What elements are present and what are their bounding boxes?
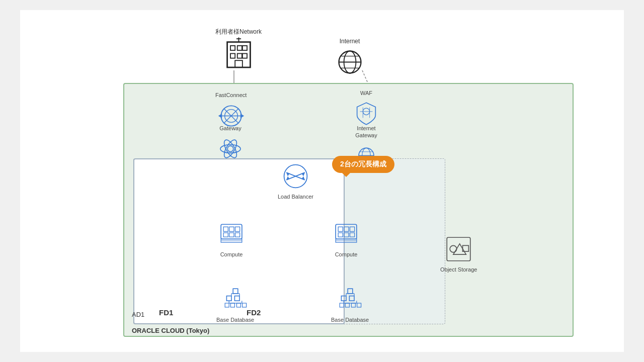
svg-rect-88 xyxy=(348,289,353,294)
svg-rect-17 xyxy=(230,53,235,58)
svg-rect-67 xyxy=(338,227,343,231)
svg-rect-70 xyxy=(338,233,343,237)
object-storage-label: Object Storage xyxy=(440,266,477,273)
svg-rect-60 xyxy=(235,227,240,231)
svg-rect-71 xyxy=(344,233,349,237)
internet-gateway-label: Internet Gateway xyxy=(355,125,377,139)
fastconnect-label: FastConnect xyxy=(215,92,247,99)
fd2-label: FD2 xyxy=(247,308,261,317)
building-node: 利用者様Network xyxy=(215,28,262,68)
svg-marker-53 xyxy=(301,176,304,179)
callout-text: 2台の冗長構成 xyxy=(340,160,386,168)
svg-rect-99 xyxy=(351,303,355,307)
svg-rect-62 xyxy=(229,233,234,237)
object-storage-node: Object Storage xyxy=(440,234,477,273)
svg-rect-86 xyxy=(236,303,240,307)
internet-label: Internet xyxy=(340,38,360,45)
svg-rect-75 xyxy=(233,289,238,294)
fd1-label: FD1 xyxy=(159,308,173,317)
load-balancer-label: Load Balancer xyxy=(278,193,313,200)
base-db-fd1-label: Base Database xyxy=(216,316,254,323)
svg-rect-58 xyxy=(223,227,228,231)
load-balancer-icon xyxy=(280,161,310,191)
base-db-fd1-node: Base Database xyxy=(216,284,254,323)
svg-marker-55 xyxy=(286,172,289,176)
svg-rect-63 xyxy=(235,233,240,237)
svg-rect-93 xyxy=(349,296,354,301)
callout-bubble: 2台の冗長構成 xyxy=(332,156,394,173)
svg-marker-54 xyxy=(301,172,304,176)
svg-rect-19 xyxy=(242,53,247,58)
building-label: 利用者様Network xyxy=(215,28,262,36)
svg-rect-80 xyxy=(234,296,239,301)
svg-point-35 xyxy=(227,146,233,152)
svg-marker-56 xyxy=(286,176,289,179)
compute-fd1-label: Compute xyxy=(220,251,243,258)
svg-rect-16 xyxy=(242,45,247,50)
base-db-fd2-icon xyxy=(335,284,365,314)
compute-fd1-node: Compute xyxy=(216,219,247,258)
svg-rect-15 xyxy=(237,45,242,50)
base-db-fd1-icon xyxy=(220,284,251,314)
svg-marker-33 xyxy=(218,114,222,118)
oracle-cloud-label: ORACLE CLOUD (Tokyo) xyxy=(132,327,209,334)
svg-rect-92 xyxy=(341,296,346,301)
svg-rect-72 xyxy=(350,233,355,237)
svg-rect-20 xyxy=(235,60,243,67)
waf-node: WAF xyxy=(351,89,381,129)
svg-rect-100 xyxy=(357,303,361,307)
base-db-fd2-node: Base Database xyxy=(331,284,369,323)
svg-marker-34 xyxy=(240,114,244,118)
svg-rect-59 xyxy=(229,227,234,231)
svg-rect-98 xyxy=(345,303,349,307)
svg-rect-79 xyxy=(226,296,231,301)
diagram-container: 利用者様Network Internet xyxy=(20,10,624,352)
svg-rect-87 xyxy=(242,303,246,307)
internet-node: Internet xyxy=(335,38,365,77)
svg-rect-84 xyxy=(225,303,229,307)
waf-label: WAF xyxy=(360,89,372,97)
ad1-label: AD1 xyxy=(132,311,144,318)
svg-point-103 xyxy=(450,245,457,252)
svg-rect-61 xyxy=(223,233,228,237)
gateway-label: Gateway xyxy=(219,125,241,132)
compute-fd2-icon xyxy=(331,219,361,249)
svg-rect-14 xyxy=(230,45,235,50)
internet-icon xyxy=(335,47,365,77)
svg-rect-85 xyxy=(230,303,234,307)
building-icon xyxy=(223,38,254,68)
object-storage-icon xyxy=(444,234,474,264)
compute-fd1-icon xyxy=(216,219,247,249)
svg-rect-68 xyxy=(344,227,349,231)
compute-fd2-node: Compute xyxy=(331,219,361,258)
svg-rect-18 xyxy=(237,53,242,58)
svg-rect-101 xyxy=(447,237,470,261)
svg-rect-69 xyxy=(350,227,355,231)
load-balancer-node: Load Balancer xyxy=(278,161,313,200)
svg-rect-97 xyxy=(340,303,344,307)
base-db-fd2-label: Base Database xyxy=(331,316,369,323)
compute-fd2-label: Compute xyxy=(335,251,358,258)
